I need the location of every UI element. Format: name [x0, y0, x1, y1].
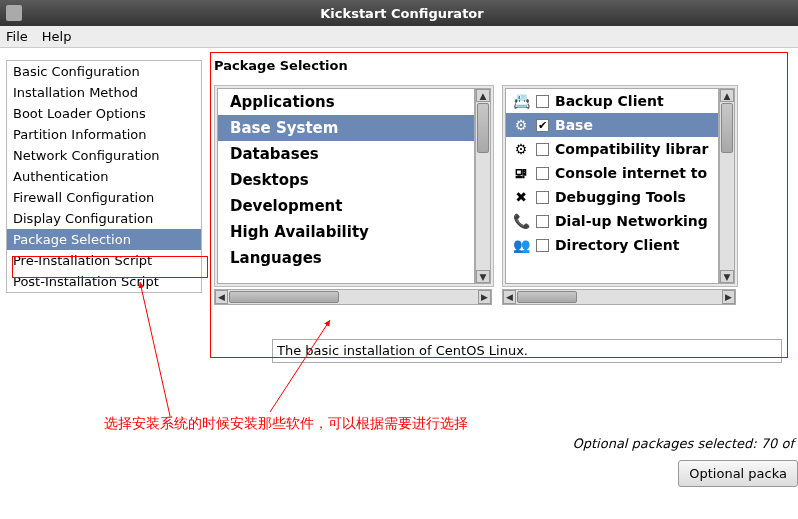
category-item[interactable]: Databases — [218, 141, 474, 167]
scroll-thumb[interactable] — [477, 103, 489, 153]
package-label: Base — [555, 117, 593, 133]
scroll-thumb[interactable] — [517, 291, 577, 303]
package-checkbox[interactable]: ✔ — [536, 119, 549, 132]
package-icon: ✖ — [512, 188, 530, 206]
package-list-wrap: 📇Backup Client⚙✔Base⚙Compatibility libra… — [502, 85, 738, 287]
package-list[interactable]: 📇Backup Client⚙✔Base⚙Compatibility libra… — [505, 88, 719, 284]
package-label: Directory Client — [555, 237, 679, 253]
category-item[interactable]: Applications — [218, 89, 474, 115]
window-title: Kickstart Configurator — [30, 6, 774, 21]
package-label: Dial-up Networking — [555, 213, 708, 229]
panel-title: Package Selection — [214, 58, 798, 73]
sidebar: Basic ConfigurationInstallation MethodBo… — [0, 48, 208, 519]
package-item[interactable]: 📞Dial-up Networking — [506, 209, 718, 233]
package-item[interactable]: ✖Debugging Tools — [506, 185, 718, 209]
scroll-thumb[interactable] — [229, 291, 339, 303]
sidebar-item[interactable]: Basic Configuration — [7, 61, 201, 82]
scroll-down-icon[interactable]: ▼ — [720, 270, 734, 283]
scroll-right-icon[interactable]: ▶ — [722, 290, 735, 304]
scroll-up-icon[interactable]: ▲ — [476, 89, 490, 102]
package-checkbox[interactable] — [536, 239, 549, 252]
package-item[interactable]: 📇Backup Client — [506, 89, 718, 113]
optional-packages-button[interactable]: Optional packa — [678, 460, 798, 487]
sidebar-item[interactable]: Firewall Configuration — [7, 187, 201, 208]
category-list-wrap: ApplicationsBase SystemDatabasesDesktops… — [214, 85, 494, 287]
category-hscrollbar[interactable]: ◀ ▶ — [214, 289, 492, 305]
scroll-thumb[interactable] — [721, 103, 733, 153]
sidebar-item[interactable]: Package Selection — [7, 229, 201, 250]
sidebar-item[interactable]: Pre-Installation Script — [7, 250, 201, 271]
scroll-left-icon[interactable]: ◀ — [503, 290, 516, 304]
status-label: Optional packages selected: 70 of — [573, 436, 794, 451]
category-list[interactable]: ApplicationsBase SystemDatabasesDesktops… — [217, 88, 475, 284]
sidebar-item[interactable]: Boot Loader Options — [7, 103, 201, 124]
package-checkbox[interactable] — [536, 167, 549, 180]
package-item[interactable]: 🖳Console internet to — [506, 161, 718, 185]
scroll-right-icon[interactable]: ▶ — [478, 290, 491, 304]
package-vscrollbar[interactable]: ▲ ▼ — [719, 88, 735, 284]
package-checkbox[interactable] — [536, 143, 549, 156]
menu-help[interactable]: Help — [42, 29, 72, 44]
package-label: Debugging Tools — [555, 189, 686, 205]
package-icon: 📞 — [512, 212, 530, 230]
category-vscrollbar[interactable]: ▲ ▼ — [475, 88, 491, 284]
category-item[interactable]: Languages — [218, 245, 474, 271]
app-icon — [6, 5, 22, 21]
package-checkbox[interactable] — [536, 215, 549, 228]
description-box: The basic installation of CentOS Linux. — [272, 339, 782, 363]
sidebar-item[interactable]: Partition Information — [7, 124, 201, 145]
package-checkbox[interactable] — [536, 191, 549, 204]
package-item[interactable]: ⚙✔Base — [506, 113, 718, 137]
title-bar: Kickstart Configurator — [0, 0, 798, 26]
sidebar-item[interactable]: Display Configuration — [7, 208, 201, 229]
package-item[interactable]: 👥Directory Client — [506, 233, 718, 257]
package-icon: ⚙ — [512, 116, 530, 134]
menu-file[interactable]: File — [6, 29, 28, 44]
category-item[interactable]: Desktops — [218, 167, 474, 193]
package-icon: 👥 — [512, 236, 530, 254]
sidebar-list: Basic ConfigurationInstallation MethodBo… — [6, 60, 202, 293]
sidebar-item[interactable]: Network Configuration — [7, 145, 201, 166]
sidebar-item[interactable]: Authentication — [7, 166, 201, 187]
package-item[interactable]: ⚙Compatibility librar — [506, 137, 718, 161]
scroll-up-icon[interactable]: ▲ — [720, 89, 734, 102]
package-hscrollbar[interactable]: ◀ ▶ — [502, 289, 736, 305]
package-icon: ⚙ — [512, 140, 530, 158]
sidebar-item[interactable]: Installation Method — [7, 82, 201, 103]
package-icon: 📇 — [512, 92, 530, 110]
package-label: Console internet to — [555, 165, 707, 181]
scroll-down-icon[interactable]: ▼ — [476, 270, 490, 283]
category-item[interactable]: Development — [218, 193, 474, 219]
category-item[interactable]: Base System — [218, 115, 474, 141]
package-label: Backup Client — [555, 93, 664, 109]
category-item[interactable]: High Availability — [218, 219, 474, 245]
package-label: Compatibility librar — [555, 141, 708, 157]
menu-bar: File Help — [0, 26, 798, 48]
sidebar-item[interactable]: Post-Installation Script — [7, 271, 201, 292]
package-icon: 🖳 — [512, 164, 530, 182]
annotation-text: 选择安装系统的时候安装那些软件，可以根据需要进行选择 — [104, 415, 468, 433]
scroll-left-icon[interactable]: ◀ — [215, 290, 228, 304]
package-checkbox[interactable] — [536, 95, 549, 108]
